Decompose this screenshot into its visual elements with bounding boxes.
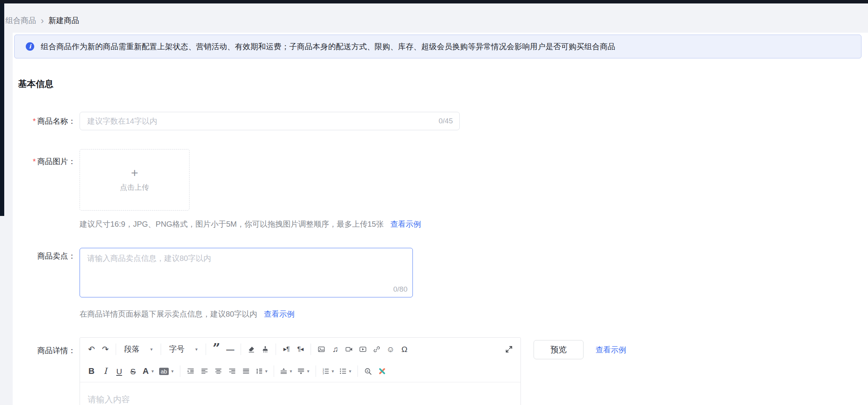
- breadcrumb: 组合商品 › 新建商品: [5, 15, 79, 26]
- toolbar-divider: [311, 344, 311, 355]
- space-after-icon[interactable]: ▾: [296, 364, 311, 378]
- content-panel: i 组合商品作为新的商品需重新配置上架状态、营销活动、有效期和运费；子商品本身的…: [13, 33, 868, 405]
- line-spacing-icon[interactable]: ▾: [254, 364, 269, 378]
- collapsed-sidebar-edge: [0, 3, 4, 216]
- toolbar-divider: [274, 365, 274, 377]
- italic-icon[interactable]: I: [99, 364, 111, 378]
- insert-audio-icon[interactable]: ♫: [329, 342, 341, 357]
- align-right-icon[interactable]: [226, 364, 238, 378]
- selling-point-field: 0/80: [80, 248, 413, 297]
- selling-point-char-counter: 0/80: [393, 285, 407, 294]
- rtl-paragraph-icon[interactable]: ¶◂: [294, 342, 306, 357]
- strikethrough-icon[interactable]: S: [127, 364, 139, 378]
- unordered-list-icon[interactable]: ▾: [338, 364, 353, 378]
- required-asterisk: *: [33, 157, 36, 166]
- format-brush-icon[interactable]: [259, 342, 271, 357]
- product-name-input[interactable]: [80, 112, 459, 130]
- image-upload-button[interactable]: + 点击上传: [80, 149, 190, 211]
- info-circle-icon: i: [26, 42, 34, 51]
- paragraph-select[interactable]: 段落▾: [120, 342, 156, 357]
- editor-placeholder: 请输入内容: [88, 395, 130, 404]
- chevron-down-icon: ▾: [151, 368, 154, 374]
- toolbar-divider: [116, 344, 116, 355]
- chevron-down-icon: ▾: [150, 347, 153, 352]
- window-top-bar: [0, 0, 868, 3]
- toolbar-divider: [206, 344, 206, 355]
- chevron-down-icon: ▾: [171, 368, 174, 374]
- fullscreen-icon[interactable]: [503, 342, 515, 357]
- toolbar-divider: [316, 365, 316, 377]
- selling-point-example-link[interactable]: 查看示例: [264, 309, 294, 319]
- chevron-down-icon: ▾: [195, 347, 198, 352]
- toolbar-divider: [276, 344, 276, 355]
- blockquote-icon[interactable]: ”: [210, 342, 223, 357]
- selling-point-hint-row: 在商品详情页面标题下展示卖点信息，建议80字以内 查看示例: [80, 309, 294, 319]
- plus-icon: +: [131, 167, 138, 179]
- bold-icon[interactable]: B: [85, 364, 98, 378]
- selling-point-textarea[interactable]: [80, 248, 412, 297]
- font-color-icon[interactable]: A▾: [141, 364, 156, 378]
- chevron-down-icon: ▾: [332, 368, 334, 374]
- required-asterisk: *: [33, 117, 36, 125]
- chevron-down-icon: ▾: [307, 368, 309, 374]
- align-center-icon[interactable]: [212, 364, 224, 378]
- insert-image-icon[interactable]: [315, 342, 328, 357]
- font-size-select[interactable]: 字号▾: [165, 342, 201, 357]
- info-alert: i 组合商品作为新的商品需重新配置上架状态、营销活动、有效期和运费；子商品本身的…: [14, 35, 861, 58]
- breadcrumb-parent[interactable]: 组合商品: [5, 15, 36, 26]
- insert-media-icon[interactable]: [357, 342, 369, 357]
- ordered-list-icon[interactable]: 123▾: [320, 364, 336, 378]
- svg-text:3: 3: [323, 372, 324, 375]
- toolbar-divider: [241, 344, 241, 355]
- toolbar-divider: [180, 365, 180, 377]
- align-justify-icon[interactable]: [240, 364, 252, 378]
- selling-point-label: 商品卖点：: [13, 250, 76, 262]
- emoji-icon[interactable]: ☺: [384, 342, 397, 357]
- chevron-down-icon: ▾: [265, 368, 268, 374]
- info-alert-text: 组合商品作为新的商品需重新配置上架状态、营销活动、有效期和运费；子商品本身的配送…: [41, 41, 615, 52]
- horizontal-rule-icon[interactable]: —: [224, 342, 236, 357]
- image-upload-hint-row: 建议尺寸16:9，JPG、PNG格式，图片小于5M，你可以拖拽图片调整顺序，最多…: [80, 219, 421, 229]
- editor-toolbar-row-2: BIUSA▾ab▾▾▾▾123▾▾a: [80, 360, 520, 382]
- space-before-icon[interactable]: ▾: [278, 364, 294, 378]
- indent-icon[interactable]: [185, 364, 197, 378]
- product-name-field: 0/45: [80, 112, 460, 130]
- insert-video-icon[interactable]: [343, 342, 355, 357]
- insert-link-icon[interactable]: [371, 342, 383, 357]
- editor-content-area[interactable]: 请输入内容: [80, 382, 520, 405]
- breadcrumb-separator-icon: ›: [41, 17, 44, 25]
- highlight-color-icon[interactable]: ab▾: [157, 364, 176, 378]
- svg-text:a: a: [367, 369, 369, 373]
- toolbar-divider: [358, 365, 358, 377]
- chevron-down-icon: ▾: [349, 368, 351, 374]
- xiumi-editor-icon[interactable]: [376, 364, 388, 378]
- find-replace-icon[interactable]: a: [362, 364, 374, 378]
- selling-point-hint: 在商品详情页面标题下展示卖点信息，建议80字以内: [80, 309, 257, 319]
- special-char-icon[interactable]: Ω: [398, 342, 411, 357]
- ltr-paragraph-icon[interactable]: ▸¶: [280, 342, 293, 357]
- preview-button[interactable]: 预览: [534, 340, 584, 359]
- toolbar-divider: [161, 344, 161, 355]
- product-name-label: *商品名称：: [13, 115, 76, 127]
- upload-hint-text: 点击上传: [120, 183, 149, 193]
- undo-icon[interactable]: ↶: [85, 342, 98, 357]
- align-left-icon[interactable]: [198, 364, 211, 378]
- name-char-counter: 0/45: [439, 117, 453, 125]
- redo-icon[interactable]: ↷: [99, 342, 111, 357]
- image-example-link[interactable]: 查看示例: [390, 219, 421, 229]
- underline-icon[interactable]: U: [113, 364, 125, 378]
- detail-example-link[interactable]: 查看示例: [595, 345, 626, 355]
- product-images-label: *商品图片：: [13, 156, 76, 167]
- chevron-down-icon: ▾: [290, 368, 292, 374]
- rich-text-editor: ↶↷段落▾字号▾”—▸¶¶◂♫☺Ω BIUSA▾ab▾▾▾▾123▾▾a 请输入…: [80, 337, 521, 405]
- editor-toolbar-row-1: ↶↷段落▾字号▾”—▸¶¶◂♫☺Ω: [80, 338, 520, 360]
- image-upload-hint: 建议尺寸16:9，JPG、PNG格式，图片小于5M，你可以拖拽图片调整顺序，最多…: [80, 219, 384, 229]
- product-detail-label: 商品详情：: [13, 345, 76, 356]
- section-title-basic-info: 基本信息: [18, 78, 53, 90]
- eraser-icon[interactable]: [245, 342, 258, 357]
- breadcrumb-current: 新建商品: [48, 15, 79, 26]
